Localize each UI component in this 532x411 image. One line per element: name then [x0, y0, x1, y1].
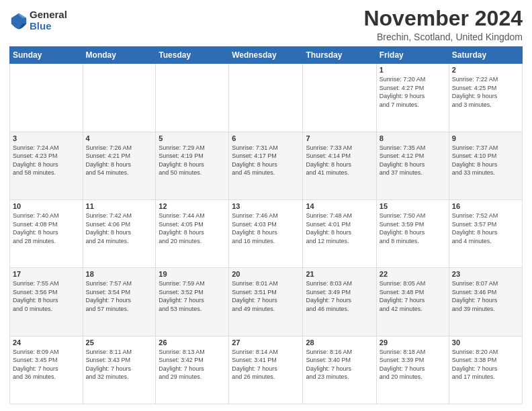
day-info: Sunrise: 7:24 AMSunset: 4:23 PMDaylight:… — [13, 144, 80, 177]
day-number: 2 — [452, 66, 519, 74]
location-subtitle: Brechin, Scotland, United Kingdom — [363, 32, 523, 42]
calendar-cell — [229, 64, 303, 132]
day-info: Sunrise: 7:48 AMSunset: 4:01 PMDaylight:… — [306, 212, 373, 245]
day-info: Sunrise: 8:07 AMSunset: 3:46 PMDaylight:… — [452, 279, 519, 313]
col-tuesday: Tuesday — [156, 47, 229, 64]
day-info: Sunrise: 8:14 AMSunset: 3:41 PMDaylight:… — [232, 348, 300, 381]
calendar-header: Sunday Monday Tuesday Wednesday Thursday… — [10, 47, 523, 64]
logo-blue: Blue — [30, 21, 67, 32]
day-info: Sunrise: 7:57 AMSunset: 3:54 PMDaylight:… — [86, 279, 153, 313]
day-number: 18 — [86, 270, 153, 278]
day-number: 16 — [452, 202, 519, 210]
calendar-week-2: 3Sunrise: 7:24 AMSunset: 4:23 PMDaylight… — [10, 132, 523, 199]
day-info: Sunrise: 7:40 AMSunset: 4:08 PMDaylight:… — [13, 212, 80, 245]
calendar-cell: 6Sunrise: 7:31 AMSunset: 4:17 PMDaylight… — [229, 132, 303, 199]
day-info: Sunrise: 7:59 AMSunset: 3:52 PMDaylight:… — [159, 279, 226, 313]
day-info: Sunrise: 7:26 AMSunset: 4:21 PMDaylight:… — [86, 144, 153, 177]
calendar-cell: 11Sunrise: 7:42 AMSunset: 4:06 PMDayligh… — [83, 199, 156, 267]
day-number: 6 — [232, 134, 300, 142]
header-row: Sunday Monday Tuesday Wednesday Thursday… — [10, 47, 523, 64]
calendar-cell: 24Sunrise: 8:09 AMSunset: 3:45 PMDayligh… — [10, 336, 83, 404]
day-info: Sunrise: 8:01 AMSunset: 3:51 PMDaylight:… — [232, 279, 300, 313]
day-info: Sunrise: 8:03 AMSunset: 3:49 PMDaylight:… — [306, 279, 373, 313]
logo-icon — [9, 11, 28, 30]
header: General Blue November 2024 Brechin, Scot… — [9, 7, 523, 42]
day-info: Sunrise: 8:16 AMSunset: 3:40 PMDaylight:… — [306, 348, 373, 381]
calendar-cell: 27Sunrise: 8:14 AMSunset: 3:41 PMDayligh… — [229, 336, 303, 404]
day-info: Sunrise: 7:37 AMSunset: 4:10 PMDaylight:… — [452, 144, 519, 177]
calendar-cell: 18Sunrise: 7:57 AMSunset: 3:54 PMDayligh… — [83, 268, 156, 336]
col-thursday: Thursday — [303, 47, 376, 64]
day-number: 14 — [306, 202, 373, 210]
calendar-cell: 21Sunrise: 8:03 AMSunset: 3:49 PMDayligh… — [303, 268, 376, 336]
calendar-week-3: 10Sunrise: 7:40 AMSunset: 4:08 PMDayligh… — [10, 199, 523, 267]
day-number: 9 — [452, 134, 519, 142]
day-number: 17 — [13, 270, 80, 278]
calendar-cell: 22Sunrise: 8:05 AMSunset: 3:48 PMDayligh… — [376, 268, 449, 336]
day-number: 12 — [159, 202, 226, 210]
calendar-cell: 14Sunrise: 7:48 AMSunset: 4:01 PMDayligh… — [303, 199, 376, 267]
day-info: Sunrise: 7:50 AMSunset: 3:59 PMDaylight:… — [380, 212, 446, 245]
day-number: 15 — [380, 202, 446, 210]
day-info: Sunrise: 8:18 AMSunset: 3:39 PMDaylight:… — [380, 348, 446, 381]
day-info: Sunrise: 7:44 AMSunset: 4:05 PMDaylight:… — [159, 212, 226, 245]
calendar-cell: 10Sunrise: 7:40 AMSunset: 4:08 PMDayligh… — [10, 199, 83, 267]
day-number: 19 — [159, 270, 226, 278]
day-info: Sunrise: 8:05 AMSunset: 3:48 PMDaylight:… — [380, 279, 446, 313]
day-number: 30 — [452, 338, 519, 347]
calendar-cell: 25Sunrise: 8:11 AMSunset: 3:43 PMDayligh… — [83, 336, 156, 404]
calendar-week-5: 24Sunrise: 8:09 AMSunset: 3:45 PMDayligh… — [10, 336, 523, 404]
day-number: 13 — [232, 202, 300, 210]
calendar-body: 1Sunrise: 7:20 AMSunset: 4:27 PMDaylight… — [10, 64, 523, 404]
calendar-cell: 5Sunrise: 7:29 AMSunset: 4:19 PMDaylight… — [156, 132, 229, 199]
day-number: 3 — [13, 134, 80, 142]
col-friday: Friday — [376, 47, 449, 64]
day-info: Sunrise: 8:09 AMSunset: 3:45 PMDaylight:… — [13, 348, 80, 381]
calendar-cell: 16Sunrise: 7:52 AMSunset: 3:57 PMDayligh… — [449, 199, 522, 267]
day-number: 4 — [86, 134, 153, 142]
day-number: 8 — [380, 134, 446, 142]
month-title: November 2024 — [363, 7, 523, 30]
day-number: 22 — [380, 270, 446, 278]
day-info: Sunrise: 7:20 AMSunset: 4:27 PMDaylight:… — [380, 75, 446, 109]
day-info: Sunrise: 8:11 AMSunset: 3:43 PMDaylight:… — [86, 348, 153, 381]
calendar-cell: 3Sunrise: 7:24 AMSunset: 4:23 PMDaylight… — [10, 132, 83, 199]
day-number: 26 — [159, 338, 226, 347]
calendar-week-4: 17Sunrise: 7:55 AMSunset: 3:56 PMDayligh… — [10, 268, 523, 336]
calendar-cell: 19Sunrise: 7:59 AMSunset: 3:52 PMDayligh… — [156, 268, 229, 336]
day-info: Sunrise: 8:20 AMSunset: 3:38 PMDaylight:… — [452, 348, 519, 381]
calendar-cell: 28Sunrise: 8:16 AMSunset: 3:40 PMDayligh… — [303, 336, 376, 404]
calendar-cell: 2Sunrise: 7:22 AMSunset: 4:25 PMDaylight… — [449, 64, 522, 132]
day-number: 5 — [159, 134, 226, 142]
day-number: 7 — [306, 134, 373, 142]
page: General Blue November 2024 Brechin, Scot… — [0, 0, 532, 411]
day-number: 25 — [86, 338, 153, 347]
calendar-cell: 8Sunrise: 7:35 AMSunset: 4:12 PMDaylight… — [376, 132, 449, 199]
day-info: Sunrise: 7:33 AMSunset: 4:14 PMDaylight:… — [306, 144, 373, 177]
day-info: Sunrise: 7:29 AMSunset: 4:19 PMDaylight:… — [159, 144, 226, 177]
logo-general: General — [30, 9, 67, 21]
calendar-table: Sunday Monday Tuesday Wednesday Thursday… — [9, 46, 523, 404]
calendar-cell: 29Sunrise: 8:18 AMSunset: 3:39 PMDayligh… — [376, 336, 449, 404]
calendar-cell: 4Sunrise: 7:26 AMSunset: 4:21 PMDaylight… — [83, 132, 156, 199]
day-info: Sunrise: 7:22 AMSunset: 4:25 PMDaylight:… — [452, 75, 519, 109]
calendar-cell: 1Sunrise: 7:20 AMSunset: 4:27 PMDaylight… — [376, 64, 449, 132]
calendar-cell: 20Sunrise: 8:01 AMSunset: 3:51 PMDayligh… — [229, 268, 303, 336]
calendar-cell: 30Sunrise: 8:20 AMSunset: 3:38 PMDayligh… — [449, 336, 522, 404]
col-sunday: Sunday — [10, 47, 83, 64]
day-number: 28 — [306, 338, 373, 347]
day-number: 23 — [452, 270, 519, 278]
calendar-cell: 13Sunrise: 7:46 AMSunset: 4:03 PMDayligh… — [229, 199, 303, 267]
title-block: November 2024 Brechin, Scotland, United … — [363, 7, 523, 42]
day-number: 11 — [86, 202, 153, 210]
day-number: 21 — [306, 270, 373, 278]
day-number: 10 — [13, 202, 80, 210]
col-saturday: Saturday — [449, 47, 522, 64]
calendar-cell: 17Sunrise: 7:55 AMSunset: 3:56 PMDayligh… — [10, 268, 83, 336]
col-wednesday: Wednesday — [229, 47, 303, 64]
day-number: 29 — [380, 338, 446, 347]
logo-text: General Blue — [30, 9, 67, 32]
day-info: Sunrise: 7:31 AMSunset: 4:17 PMDaylight:… — [232, 144, 300, 177]
calendar-cell — [303, 64, 376, 132]
calendar-week-1: 1Sunrise: 7:20 AMSunset: 4:27 PMDaylight… — [10, 64, 523, 132]
